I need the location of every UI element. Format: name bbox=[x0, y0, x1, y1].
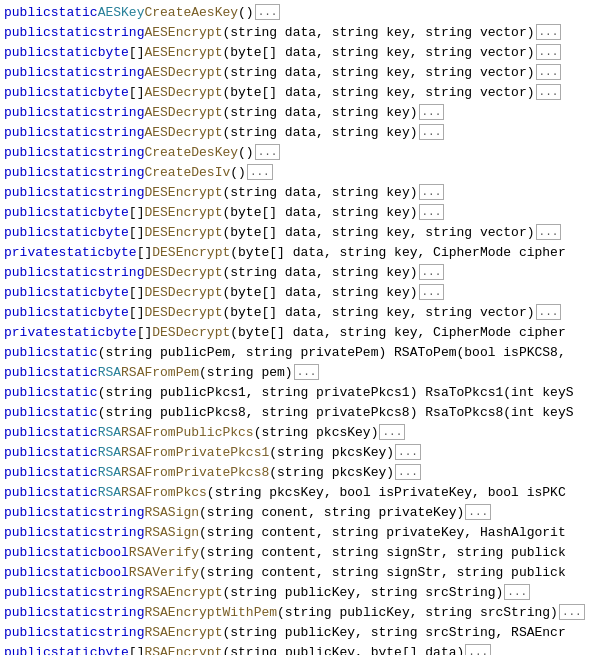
ellipsis-indicator[interactable]: ... bbox=[255, 144, 281, 160]
code-line: public static string DESDecrypt(string d… bbox=[0, 262, 602, 282]
keyword-kw-static: static bbox=[51, 45, 98, 60]
ellipsis-indicator[interactable]: ... bbox=[294, 364, 320, 380]
ellipsis-indicator[interactable]: ... bbox=[536, 64, 562, 80]
ellipsis-indicator[interactable]: ... bbox=[536, 224, 562, 240]
code-text: (string publicPkcs8, string privatePkcs8… bbox=[98, 405, 574, 420]
keyword-kw-public: public bbox=[4, 585, 51, 600]
keyword-kw-static: static bbox=[51, 145, 98, 160]
keyword-kw-public: public bbox=[4, 205, 51, 220]
keyword-kw-static: static bbox=[51, 25, 98, 40]
keyword-kw-public: public bbox=[4, 285, 51, 300]
ellipsis-indicator[interactable]: ... bbox=[395, 464, 421, 480]
keyword-kw-public: public bbox=[4, 265, 51, 280]
code-text: (string pkcsKey, bool isPrivateKey, bool… bbox=[207, 485, 566, 500]
keyword-method-name: DESDecrypt bbox=[144, 285, 222, 300]
ellipsis-indicator[interactable]: ... bbox=[395, 444, 421, 460]
keyword-kw-static: static bbox=[51, 345, 98, 360]
code-text: (string pkcsKey) bbox=[254, 425, 379, 440]
keyword-kw-static: static bbox=[51, 525, 98, 540]
keyword-method-name: DESDecrypt bbox=[152, 325, 230, 340]
keyword-kw-private: private bbox=[4, 245, 59, 260]
code-text: (byte[] data, string key, string vector) bbox=[222, 85, 534, 100]
keyword-kw-static: static bbox=[59, 325, 106, 340]
ellipsis-indicator[interactable]: ... bbox=[536, 304, 562, 320]
keyword-method-name: DESDecrypt bbox=[144, 305, 222, 320]
keyword-kw-string: string bbox=[98, 185, 145, 200]
keyword-kw-static: static bbox=[51, 485, 98, 500]
code-line: public static string RSASign(string cone… bbox=[0, 502, 602, 522]
ellipsis-indicator[interactable]: ... bbox=[247, 164, 273, 180]
code-line: private static byte[] DESDecrypt(byte[] … bbox=[0, 322, 602, 342]
code-line: public static string RSAEncrypt(string p… bbox=[0, 622, 602, 642]
keyword-kw-public: public bbox=[4, 465, 51, 480]
keyword-kw-public: public bbox=[4, 645, 51, 656]
code-text: (string content, string privateKey, Hash… bbox=[199, 525, 566, 540]
ellipsis-indicator[interactable]: ... bbox=[255, 4, 281, 20]
keyword-type-name: RSA bbox=[98, 485, 121, 500]
keyword-kw-static: static bbox=[51, 585, 98, 600]
ellipsis-indicator[interactable]: ... bbox=[419, 104, 445, 120]
ellipsis-indicator[interactable]: ... bbox=[419, 264, 445, 280]
code-text: (byte[] data, string key, string vector) bbox=[222, 225, 534, 240]
code-text: (string publicPem, string privatePem) RS… bbox=[98, 345, 566, 360]
code-line: public static RSA RSAFromPem(string pem)… bbox=[0, 362, 602, 382]
code-line: public static string RSAEncrypt(string p… bbox=[0, 582, 602, 602]
keyword-kw-string: string bbox=[98, 525, 145, 540]
keyword-kw-static: static bbox=[51, 125, 98, 140]
code-text: [] bbox=[129, 45, 145, 60]
keyword-method-name: RSAFromPublicPkcs bbox=[121, 425, 254, 440]
code-text: () bbox=[238, 145, 254, 160]
keyword-kw-string: string bbox=[98, 25, 145, 40]
ellipsis-indicator[interactable]: ... bbox=[465, 644, 491, 655]
code-text: (string data, string key) bbox=[222, 185, 417, 200]
code-text: (string data, string key) bbox=[222, 265, 417, 280]
keyword-kw-public: public bbox=[4, 565, 51, 580]
ellipsis-indicator[interactable]: ... bbox=[536, 24, 562, 40]
code-text: (byte[] data, string key, string vector) bbox=[222, 305, 534, 320]
keyword-method-name: RSASign bbox=[144, 525, 199, 540]
code-line: public static string AESDecrypt(string d… bbox=[0, 102, 602, 122]
code-line: public static string DESEncrypt(string d… bbox=[0, 182, 602, 202]
keyword-kw-static: static bbox=[51, 225, 98, 240]
code-line: public static RSA RSAFromPrivatePkcs1(st… bbox=[0, 442, 602, 462]
ellipsis-indicator[interactable]: ... bbox=[419, 284, 445, 300]
code-text: (byte[] data, string key, CipherMode cip… bbox=[230, 245, 565, 260]
code-line: public static string AESDecrypt(string d… bbox=[0, 122, 602, 142]
ellipsis-indicator[interactable]: ... bbox=[504, 584, 530, 600]
keyword-kw-public: public bbox=[4, 45, 51, 60]
code-text: (string publicKey, string srcString) bbox=[277, 605, 558, 620]
code-line: public static byte[] DESDecrypt(byte[] d… bbox=[0, 302, 602, 322]
code-text: [] bbox=[137, 325, 153, 340]
code-text: [] bbox=[129, 285, 145, 300]
code-line: public static bool RSAVerify(string cont… bbox=[0, 562, 602, 582]
ellipsis-indicator[interactable]: ... bbox=[419, 124, 445, 140]
ellipsis-indicator[interactable]: ... bbox=[379, 424, 405, 440]
keyword-method-name: RSAVerify bbox=[129, 565, 199, 580]
keyword-kw-string: string bbox=[98, 585, 145, 600]
keyword-kw-static: static bbox=[51, 105, 98, 120]
code-text: [] bbox=[129, 85, 145, 100]
keyword-kw-static: static bbox=[51, 405, 98, 420]
keyword-kw-byte: byte bbox=[98, 205, 129, 220]
code-text: () bbox=[230, 165, 246, 180]
ellipsis-indicator[interactable]: ... bbox=[559, 604, 585, 620]
code-text: (string publicKey, string srcString) bbox=[222, 585, 503, 600]
keyword-kw-public: public bbox=[4, 425, 51, 440]
keyword-kw-public: public bbox=[4, 405, 51, 420]
ellipsis-indicator[interactable]: ... bbox=[419, 204, 445, 220]
keyword-kw-static: static bbox=[51, 365, 98, 380]
keyword-kw-static: static bbox=[51, 605, 98, 620]
ellipsis-indicator[interactable]: ... bbox=[536, 84, 562, 100]
keyword-kw-string: string bbox=[98, 105, 145, 120]
keyword-kw-public: public bbox=[4, 385, 51, 400]
ellipsis-indicator[interactable]: ... bbox=[419, 184, 445, 200]
keyword-kw-byte: byte bbox=[98, 225, 129, 240]
keyword-kw-static: static bbox=[51, 465, 98, 480]
keyword-kw-static: static bbox=[51, 625, 98, 640]
keyword-type-name: RSA bbox=[98, 365, 121, 380]
keyword-kw-public: public bbox=[4, 505, 51, 520]
keyword-kw-public: public bbox=[4, 445, 51, 460]
ellipsis-indicator[interactable]: ... bbox=[465, 504, 491, 520]
ellipsis-indicator[interactable]: ... bbox=[536, 44, 562, 60]
keyword-kw-byte: byte bbox=[105, 325, 136, 340]
